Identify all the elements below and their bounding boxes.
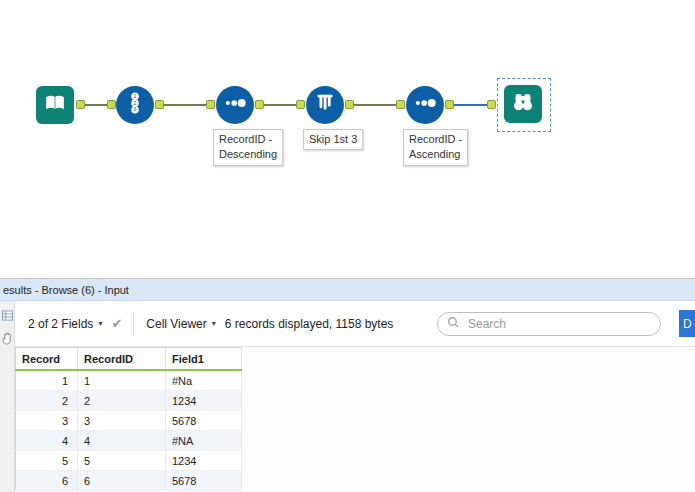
output-anchor[interactable] [345,100,354,109]
cell[interactable]: 5 [78,451,166,471]
chevron-down-icon: ▾ [98,319,102,328]
results-grid-area: Record RecordID Field1 1 1 #Na [15,347,695,492]
output-anchor[interactable] [445,100,454,109]
cell[interactable]: 5678 [166,411,242,431]
records-info: 6 records displayed, 1158 bytes [225,317,394,331]
cell[interactable]: 6 [78,471,166,491]
tool-annotation: RecordID - Ascending [403,129,468,166]
column-header[interactable]: Record [16,348,78,371]
sort-icon [220,88,250,122]
cell[interactable]: 5 [16,451,78,471]
results-title: esults - Browse (6) - Input [3,284,129,296]
pan-hand-icon[interactable] [2,331,13,349]
column-header[interactable]: Field1 [166,348,242,371]
results-header: esults - Browse (6) - Input [0,279,695,301]
results-panel: esults - Browse (6) - Input [0,278,695,492]
input-data-icon [41,89,69,121]
connection-wire[interactable] [264,104,296,106]
cell[interactable]: #NA [166,431,242,451]
cell[interactable]: 6 [16,471,78,491]
cell[interactable]: 5678 [166,471,242,491]
table-header-row: Record RecordID Field1 [16,348,242,371]
cell[interactable]: #Na [166,370,242,391]
results-toolbar: 2 of 2 Fields ▾ ✔ Cell Viewer ▾ 6 record… [15,301,695,347]
tool-sort-descending[interactable] [216,86,254,124]
output-anchor[interactable] [155,100,164,109]
tool-browse[interactable] [504,85,542,123]
cell[interactable]: 4 [78,431,166,451]
input-anchor[interactable] [206,100,215,109]
cell[interactable]: 2 [78,391,166,411]
cell-viewer-dropdown[interactable]: Cell Viewer ▾ [141,313,220,335]
tool-input-data[interactable] [36,86,74,124]
results-table: Record RecordID Field1 1 1 #Na [15,347,242,491]
search-input[interactable] [466,316,651,332]
tool-record-id[interactable]: 1 2 3 [116,86,154,124]
sample-icon [310,88,340,122]
table-row[interactable]: 3 3 5678 [16,411,242,431]
input-anchor[interactable] [107,100,116,109]
search-box[interactable] [437,312,661,336]
connection-wire[interactable] [354,104,396,106]
cell[interactable]: 2 [16,391,78,411]
cell[interactable]: 1 [16,370,78,391]
alteryx-window: 1 2 3 RecordID - Descending [0,0,695,492]
results-left-toolbar [0,301,15,492]
table-row[interactable]: 5 5 1234 [16,451,242,471]
input-anchor[interactable] [487,100,496,109]
data-action-button[interactable]: D [679,310,695,337]
cell[interactable]: 1234 [166,391,242,411]
input-anchor[interactable] [396,100,405,109]
column-header[interactable]: RecordID [78,348,166,371]
browse-binoculars-icon [509,88,537,120]
cell[interactable]: 4 [16,431,78,451]
table-view-icon[interactable] [2,307,13,325]
output-anchor[interactable] [76,100,85,109]
record-id-icon: 1 2 3 [120,88,150,122]
tool-annotation: Skip 1st 3 [303,129,363,150]
search-icon [447,316,460,332]
sort-icon [410,88,440,122]
tool-sample[interactable] [306,86,344,124]
input-anchor[interactable] [296,100,305,109]
workflow-canvas[interactable]: 1 2 3 RecordID - Descending [0,0,695,278]
cell[interactable]: 1 [78,370,166,391]
cell[interactable]: 1234 [166,451,242,471]
chevron-down-icon: ▾ [212,319,216,328]
toolbar-separator [133,312,134,336]
tool-sort-ascending[interactable] [406,86,444,124]
table-row[interactable]: 1 1 #Na [16,370,242,391]
apply-check-icon[interactable]: ✔ [111,316,122,331]
svg-text:2: 2 [134,100,137,106]
svg-text:3: 3 [134,106,137,112]
connection-wire[interactable] [164,104,206,106]
connection-wire-selected[interactable] [454,104,487,106]
connection-wire[interactable] [85,104,107,106]
fields-dropdown[interactable]: 2 of 2 Fields ▾ [23,313,107,335]
table-row[interactable]: 2 2 1234 [16,391,242,411]
table-row[interactable]: 4 4 #NA [16,431,242,451]
table-row[interactable]: 6 6 5678 [16,471,242,491]
cell[interactable]: 3 [78,411,166,431]
cell[interactable]: 3 [16,411,78,431]
svg-text:1: 1 [134,93,137,99]
output-anchor[interactable] [255,100,264,109]
tool-annotation: RecordID - Descending [213,129,283,166]
